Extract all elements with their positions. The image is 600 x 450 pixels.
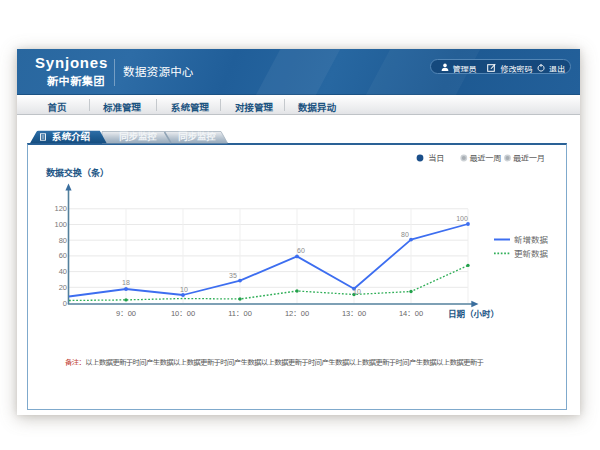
svg-text:同步监控: 同步监控 (119, 131, 158, 142)
svg-text:同步监控: 同步监控 (178, 131, 217, 142)
svg-text:系统介绍: 系统介绍 (52, 131, 90, 142)
